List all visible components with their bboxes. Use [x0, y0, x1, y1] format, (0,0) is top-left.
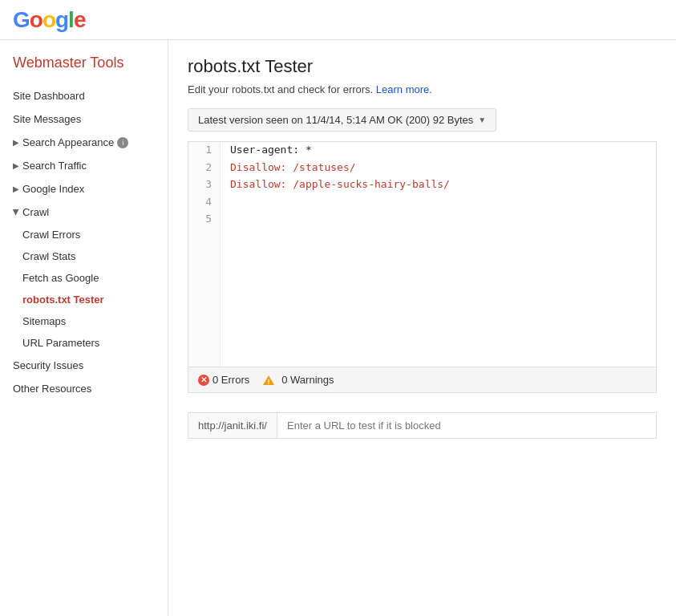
- sidebar-sub-item-fetch-as-google[interactable]: Fetch as Google: [0, 267, 168, 289]
- code-line-3: 3 Disallow: /apple-sucks-hairy-balls/: [188, 176, 656, 194]
- line-content-2[interactable]: Disallow: /statuses/: [221, 160, 656, 177]
- line-content-7: [221, 245, 656, 263]
- line-number-5: 5: [188, 211, 221, 229]
- layout: Webmaster Tools Site Dashboard Site Mess…: [0, 40, 676, 616]
- logo-letter-g: G: [13, 7, 30, 32]
- search-traffic-label: Search Traffic: [22, 160, 87, 172]
- code-lines: 1 User-agent: * 2 Disallow: /statuses/ 3…: [188, 142, 656, 367]
- arrow-icon-traffic: ▶: [13, 161, 19, 170]
- line-number-13: [188, 349, 221, 367]
- sidebar-sub-item-robots-tester[interactable]: robots.txt Tester: [0, 289, 168, 310]
- sidebar-sub-item-sitemaps[interactable]: Sitemaps: [0, 310, 168, 332]
- line-number-8: [188, 263, 221, 281]
- code-line-5: 5: [188, 211, 656, 229]
- line-number-9: [188, 280, 221, 298]
- errors-count: 0 Errors: [213, 374, 249, 386]
- code-line-12: [188, 332, 656, 350]
- main-content: robots.txt Tester Edit your robots.txt a…: [168, 40, 676, 616]
- line-number-11: [188, 314, 221, 332]
- sidebar-item-security-issues[interactable]: Security Issues: [0, 354, 168, 377]
- code-line-4: 4: [188, 194, 656, 212]
- logo-letter-o1: o: [30, 7, 43, 32]
- subtitle-text: Edit your robots.txt and check for error…: [188, 83, 373, 95]
- sidebar-item-search-appearance[interactable]: ▶ Search Appearance i: [0, 131, 168, 154]
- line-number-7: [188, 245, 221, 263]
- version-text: Latest version seen on 11/4/14, 5:14 AM …: [198, 114, 473, 126]
- code-line-10: [188, 298, 656, 315]
- google-index-label: Google Index: [22, 183, 84, 195]
- code-line-11: [188, 314, 656, 332]
- logo-letter-l: l: [68, 7, 74, 32]
- line-number-1: 1: [188, 142, 221, 160]
- search-appearance-label: Search Appearance: [22, 136, 114, 148]
- line-content-9: [221, 280, 656, 298]
- learn-more-link[interactable]: Learn more.: [376, 83, 432, 95]
- header: Google: [0, 0, 676, 40]
- sidebar-item-google-index[interactable]: ▶ Google Index: [0, 177, 168, 201]
- version-dropdown-arrow: ▼: [478, 116, 486, 124]
- logo-letter-o2: o: [43, 7, 55, 32]
- error-icon: ✕: [198, 375, 209, 386]
- warning-icon: !: [262, 375, 275, 386]
- line-number-4: 4: [188, 194, 221, 212]
- line-number-2: 2: [188, 160, 221, 177]
- code-line-1: 1 User-agent: *: [188, 142, 656, 160]
- line-content-10: [221, 298, 656, 315]
- code-line-6: [188, 229, 656, 246]
- url-test-input[interactable]: [277, 413, 656, 438]
- code-line-9: [188, 280, 656, 298]
- line-content-5[interactable]: [221, 211, 656, 229]
- url-test-container: http://janit.iki.fi/: [188, 412, 657, 439]
- line-content-4[interactable]: [221, 194, 656, 212]
- status-bar: ✕ 0 Errors ! 0 Warnings: [188, 367, 657, 393]
- version-bar[interactable]: Latest version seen on 11/4/14, 5:14 AM …: [188, 108, 496, 132]
- status-warnings: ! 0 Warnings: [262, 374, 334, 386]
- page-subtitle: Edit your robots.txt and check for error…: [188, 83, 657, 95]
- code-editor: 1 User-agent: * 2 Disallow: /statuses/ 3…: [188, 141, 657, 367]
- sidebar: Webmaster Tools Site Dashboard Site Mess…: [0, 40, 168, 616]
- code-line-2: 2 Disallow: /statuses/: [188, 160, 656, 177]
- line-number-6: [188, 229, 221, 246]
- warnings-count: 0 Warnings: [281, 374, 334, 386]
- crawl-label: Crawl: [22, 206, 49, 218]
- code-line-13: [188, 349, 656, 367]
- sidebar-sub-item-crawl-errors[interactable]: Crawl Errors: [0, 224, 168, 245]
- status-errors: ✕ 0 Errors: [198, 374, 249, 386]
- line-content-11: [221, 314, 656, 332]
- sidebar-item-other-resources[interactable]: Other Resources: [0, 377, 168, 400]
- arrow-icon-crawl: ▶: [12, 209, 21, 216]
- line-content-8: [221, 263, 656, 281]
- arrow-icon: ▶: [13, 138, 19, 147]
- page-title: robots.txt Tester: [188, 56, 657, 77]
- url-base: http://janit.iki.fi/: [188, 413, 277, 438]
- arrow-icon-index: ▶: [13, 184, 19, 193]
- line-content-13: [221, 349, 656, 367]
- line-number-10: [188, 298, 221, 315]
- code-line-7: [188, 245, 656, 263]
- line-number-3: 3: [188, 176, 221, 194]
- app-title: Webmaster Tools: [0, 48, 168, 84]
- logo-letter-g2: g: [55, 7, 68, 32]
- line-content-6: [221, 229, 656, 246]
- google-logo: Google: [13, 7, 85, 33]
- svg-text:!: !: [268, 378, 270, 386]
- sidebar-sub-item-url-parameters[interactable]: URL Parameters: [0, 332, 168, 354]
- line-number-12: [188, 332, 221, 350]
- sidebar-item-site-messages[interactable]: Site Messages: [0, 107, 168, 131]
- sidebar-item-site-dashboard[interactable]: Site Dashboard: [0, 84, 168, 107]
- logo-letter-e: e: [74, 7, 86, 32]
- line-content-3[interactable]: Disallow: /apple-sucks-hairy-balls/: [221, 176, 656, 194]
- info-icon: i: [117, 137, 128, 148]
- code-line-8: [188, 263, 656, 281]
- sidebar-item-search-traffic[interactable]: ▶ Search Traffic: [0, 154, 168, 177]
- line-content-12: [221, 332, 656, 350]
- sidebar-item-crawl[interactable]: ▶ Crawl: [0, 201, 168, 224]
- line-content-1[interactable]: User-agent: *: [221, 142, 656, 160]
- sidebar-sub-item-crawl-stats[interactable]: Crawl Stats: [0, 245, 168, 267]
